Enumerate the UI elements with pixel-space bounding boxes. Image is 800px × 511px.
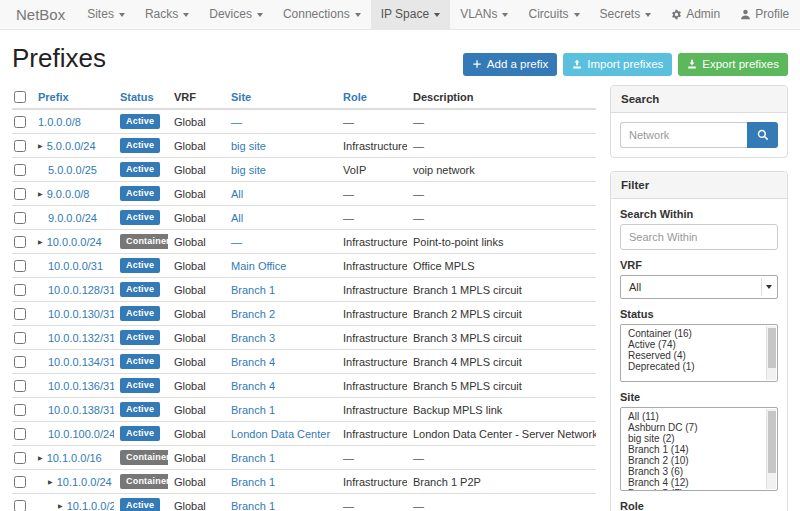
col-header-role[interactable]: Role xyxy=(337,85,407,109)
nav-item-admin[interactable]: Admin xyxy=(661,0,730,29)
search-button[interactable] xyxy=(747,122,778,148)
col-header-prefix[interactable]: Prefix xyxy=(32,85,114,109)
search-within-input[interactable] xyxy=(620,224,778,250)
status-badge: Active xyxy=(120,162,160,177)
row-checkbox[interactable] xyxy=(14,404,26,416)
site-link[interactable]: Branch 4 xyxy=(231,356,275,368)
filter-option[interactable]: Active (74) xyxy=(621,339,777,350)
site-link[interactable]: Branch 4 xyxy=(231,380,275,392)
row-checkbox[interactable] xyxy=(14,428,26,440)
prefix-link[interactable]: 10.0.0.128/31 xyxy=(48,284,114,296)
add-a-prefix-button[interactable]: Add a prefix xyxy=(463,53,557,76)
site-link[interactable]: Branch 1 xyxy=(231,500,275,511)
filter-option[interactable]: Reserved (4) xyxy=(621,350,777,361)
row-checkbox[interactable] xyxy=(14,140,26,152)
prefix-link[interactable]: 10.0.0.138/31 xyxy=(48,404,114,416)
row-checkbox[interactable] xyxy=(14,212,26,224)
prefix-link[interactable]: 10.0.0.0/31 xyxy=(48,260,103,272)
import-prefixes-button[interactable]: Import prefixes xyxy=(563,53,672,76)
site-link[interactable]: Branch 1 xyxy=(231,452,275,464)
site-link[interactable]: London Data Center xyxy=(231,428,330,440)
vrf-cell: Global xyxy=(168,326,225,350)
nav-item-secrets[interactable]: Secrets xyxy=(590,0,662,29)
row-checkbox[interactable] xyxy=(14,188,26,200)
filter-option[interactable]: Branch 5 (7) xyxy=(621,488,777,491)
status-badge: Container xyxy=(120,450,168,465)
row-checkbox[interactable] xyxy=(14,380,26,392)
prefix-link[interactable]: 10.0.0.0/24 xyxy=(47,236,102,248)
site-link[interactable]: Branch 1 xyxy=(231,476,275,488)
site-link[interactable]: Branch 1 xyxy=(231,404,275,416)
nav-item-vlans[interactable]: VLANs xyxy=(450,0,518,29)
prefix-link[interactable]: 9.0.0.0/24 xyxy=(48,212,97,224)
filter-option[interactable]: big site (2) xyxy=(621,433,777,444)
description-cell: — xyxy=(407,182,596,206)
scrollbar-thumb[interactable] xyxy=(768,328,776,368)
filter-option[interactable]: Ashburn DC (7) xyxy=(621,422,777,433)
site-link[interactable]: big site xyxy=(231,140,266,152)
row-checkbox[interactable] xyxy=(14,308,26,320)
prefix-link[interactable]: 10.0.0.130/31 xyxy=(48,308,114,320)
row-checkbox[interactable] xyxy=(14,452,26,464)
site-link[interactable]: Main Office xyxy=(231,260,286,272)
site-link[interactable]: Branch 3 xyxy=(231,332,275,344)
prefix-link[interactable]: 5.0.0.0/24 xyxy=(47,140,96,152)
prefix-link[interactable]: 1.0.0.0/8 xyxy=(38,116,81,128)
row-checkbox[interactable] xyxy=(14,476,26,488)
brand-logo[interactable]: NetBox xyxy=(4,0,77,29)
description-cell: — xyxy=(407,206,596,230)
nav-item-devices[interactable]: Devices xyxy=(199,0,273,29)
row-checkbox[interactable] xyxy=(14,164,26,176)
filter-option[interactable]: Branch 1 (14) xyxy=(621,444,777,455)
prefix-link[interactable]: 10.0.0.132/31 xyxy=(48,332,114,344)
prefix-link[interactable]: 10.1.0.0/25 xyxy=(67,500,114,511)
export-prefixes-button[interactable]: Export prefixes xyxy=(678,53,788,76)
filter-option[interactable]: Container (16) xyxy=(621,328,777,339)
chevron-down-icon xyxy=(502,13,508,17)
site-link[interactable]: All xyxy=(231,212,243,224)
row-checkbox[interactable] xyxy=(14,116,26,128)
filter-option[interactable]: All (11) xyxy=(621,411,777,422)
row-checkbox[interactable] xyxy=(14,500,26,511)
vrf-select[interactable]: All xyxy=(620,275,778,299)
site-link[interactable]: big site xyxy=(231,164,266,176)
prefix-link[interactable]: 9.0.0.0/8 xyxy=(47,188,90,200)
tree-indent xyxy=(38,317,48,318)
row-checkbox[interactable] xyxy=(14,356,26,368)
prefix-link[interactable]: 10.1.0.0/16 xyxy=(47,452,102,464)
prefix-link[interactable]: 10.0.0.136/31 xyxy=(48,380,114,392)
status-badge: Active xyxy=(120,378,160,393)
row-checkbox[interactable] xyxy=(14,236,26,248)
site-listbox: All (11)Ashburn DC (7)big site (2)Branch… xyxy=(620,407,778,491)
nav-item-racks[interactable]: Racks xyxy=(135,0,199,29)
site-link[interactable]: Branch 1 xyxy=(231,284,275,296)
scrollbar-thumb[interactable] xyxy=(768,411,776,473)
select-all-checkbox[interactable] xyxy=(14,91,26,103)
prefix-link[interactable]: 10.0.0.134/31 xyxy=(48,356,114,368)
prefix-link[interactable]: 5.0.0.0/25 xyxy=(48,164,97,176)
nav-item-connections[interactable]: Connections xyxy=(273,0,371,29)
role-cell: — xyxy=(337,109,407,134)
nav-item-ip-space[interactable]: IP Space xyxy=(371,0,450,29)
row-checkbox[interactable] xyxy=(14,332,26,344)
filter-option[interactable]: Branch 4 (12) xyxy=(621,477,777,488)
col-header-status[interactable]: Status xyxy=(114,85,168,109)
site-link[interactable]: All xyxy=(231,188,243,200)
prefix-link[interactable]: 10.1.0.0/24 xyxy=(57,476,112,488)
row-checkbox[interactable] xyxy=(14,260,26,272)
site-link[interactable]: Branch 2 xyxy=(231,308,275,320)
row-checkbox[interactable] xyxy=(14,284,26,296)
col-header-site[interactable]: Site xyxy=(225,85,337,109)
filter-option[interactable]: Branch 2 (10) xyxy=(621,455,777,466)
filter-option[interactable]: Branch 3 (6) xyxy=(621,466,777,477)
scrollbar-track[interactable] xyxy=(766,326,776,380)
nav-item-circuits[interactable]: Circuits xyxy=(518,0,589,29)
nav-item-profile[interactable]: Profile xyxy=(730,0,799,29)
scrollbar-track[interactable] xyxy=(766,409,776,489)
table-row: 1.0.0.0/8 Active Global — — — xyxy=(12,109,596,134)
prefix-link[interactable]: 10.0.100.0/24 xyxy=(48,428,114,440)
filter-option[interactable]: Deprecated (1) xyxy=(621,361,777,372)
search-input[interactable] xyxy=(620,122,747,148)
nav-item-sites[interactable]: Sites xyxy=(77,0,135,29)
field-label: VRF xyxy=(620,259,778,271)
